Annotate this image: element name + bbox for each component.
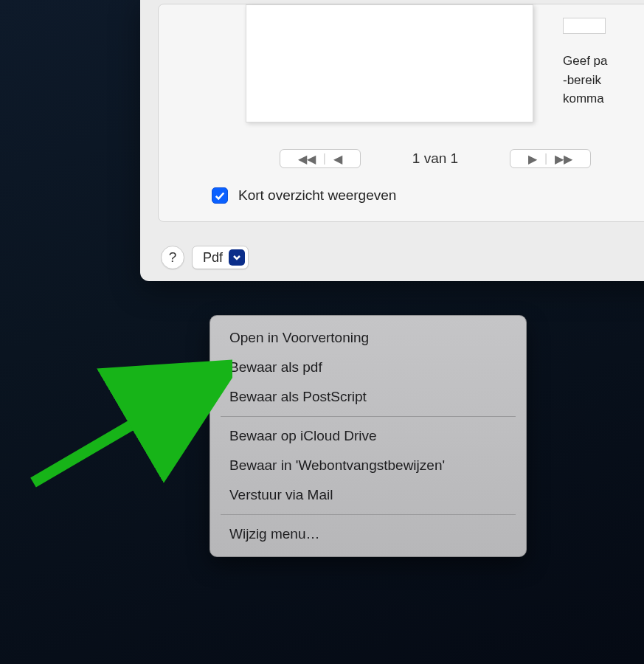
annotation-arrow-icon	[11, 335, 232, 497]
options-side: Geef pa -bereik komma	[563, 4, 608, 108]
menu-item-save-webreceipts[interactable]: Bewaar in 'Webontvangstbewijzen'	[210, 451, 526, 480]
menu-separator	[221, 416, 516, 417]
page-preview	[246, 4, 533, 122]
pdf-button-label: Pdf	[203, 250, 223, 266]
menu-item-open-preview[interactable]: Open in Voorvertoning	[210, 323, 526, 353]
menu-item-save-icloud[interactable]: Bewaar op iCloud Drive	[210, 421, 526, 451]
fast-forward-icon: ▶▶	[555, 152, 572, 166]
next-page-button[interactable]: ▶ | ▶▶	[510, 149, 591, 168]
print-dialog: Geef pa -bereik komma ◀◀ | ◀ 1 van 1 ▶ |…	[140, 0, 644, 281]
hint-text: Geef pa -bereik komma	[563, 52, 608, 108]
check-icon	[215, 190, 225, 201]
help-button[interactable]: ?	[161, 246, 184, 269]
pdf-dropdown-button[interactable]: Pdf	[192, 246, 249, 269]
svg-line-0	[33, 376, 216, 483]
menu-item-send-mail[interactable]: Verstuur via Mail	[210, 480, 526, 510]
preview-panel: Geef pa -bereik komma ◀◀ | ◀ 1 van 1 ▶ |…	[158, 4, 644, 222]
short-overview-label: Kort overzicht weergeven	[238, 187, 396, 204]
help-icon: ?	[169, 249, 177, 266]
back-icon: ◀	[333, 152, 342, 166]
menu-item-edit-menu[interactable]: Wijzig menu…	[210, 519, 526, 549]
rewind-icon: ◀◀	[298, 152, 316, 166]
menu-item-save-postscript[interactable]: Bewaar als PostScript	[210, 382, 526, 412]
prev-page-button[interactable]: ◀◀ | ◀	[280, 149, 361, 168]
page-range-input[interactable]	[563, 18, 606, 34]
menu-separator	[221, 514, 516, 515]
pdf-dropdown-menu: Open in Voorvertoning Bewaar als pdf Bew…	[210, 315, 527, 557]
dialog-footer: ? Pdf	[161, 243, 644, 269]
page-nav: ◀◀ | ◀ 1 van 1 ▶ | ▶▶	[181, 149, 644, 168]
menu-item-save-pdf[interactable]: Bewaar als pdf	[210, 353, 526, 382]
chevron-down-icon	[229, 249, 245, 266]
short-overview-checkbox[interactable]	[212, 187, 228, 204]
forward-icon: ▶	[528, 152, 537, 166]
page-indicator: 1 van 1	[412, 151, 458, 167]
